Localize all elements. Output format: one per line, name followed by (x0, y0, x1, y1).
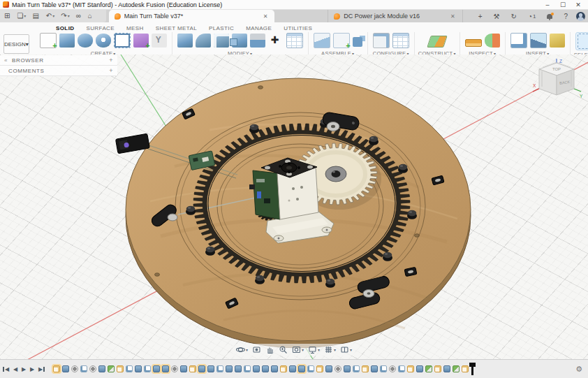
timeline-feature[interactable] (353, 365, 360, 372)
create-form-icon[interactable] (133, 34, 149, 48)
timeline-feature[interactable] (344, 365, 351, 372)
timeline-feature[interactable] (416, 365, 423, 372)
box-icon[interactable] (59, 34, 75, 48)
split-body-icon[interactable] (250, 34, 265, 48)
insert-derive-icon[interactable] (510, 33, 527, 48)
torus-icon[interactable] (96, 34, 111, 48)
comments-panel-header[interactable]: COMMENTS + (0, 66, 117, 76)
construction-plane-icon[interactable] (427, 36, 448, 48)
timeline-feature[interactable] (253, 365, 260, 372)
expand-browser-icon[interactable]: + (109, 57, 113, 64)
timeline-feature[interactable] (407, 365, 414, 372)
timeline-feature[interactable] (71, 365, 78, 372)
timeline-feature[interactable] (335, 365, 341, 372)
timeline-feature[interactable] (325, 365, 332, 372)
timeline-feature[interactable] (62, 365, 69, 372)
timeline-feature[interactable] (135, 365, 142, 372)
help-icon[interactable]: ? (564, 13, 568, 20)
timeline-playhead[interactable] (471, 363, 473, 375)
skip-to-end-button[interactable]: ▶ (36, 366, 45, 372)
timeline-feature[interactable] (98, 365, 105, 372)
orbit-icon[interactable]: ▾ (234, 344, 250, 355)
cylinder-icon[interactable] (78, 34, 93, 48)
timeline-feature[interactable] (371, 365, 378, 372)
browser-panel-header[interactable]: « BROWSER + (0, 55, 117, 66)
timeline-feature[interactable] (425, 365, 432, 372)
ribbon-tab[interactable]: MANAGE (246, 25, 272, 31)
timeline-feature[interactable] (434, 365, 441, 372)
step-back-button[interactable]: ◀ (11, 366, 20, 372)
section-analysis-icon[interactable] (485, 34, 500, 48)
timeline-feature[interactable] (89, 365, 96, 372)
document-tab-active[interactable]: Main Turn Table v37* ✕ (109, 10, 275, 22)
timeline-feature[interactable] (398, 365, 405, 372)
home-icon[interactable]: ⌂ (88, 13, 93, 20)
combine-icon[interactable] (232, 34, 247, 48)
timeline-feature[interactable] (80, 365, 87, 372)
timeline-feature[interactable] (153, 365, 160, 372)
timeline-feature[interactable] (117, 365, 124, 372)
collapse-panel-icon[interactable]: « (4, 57, 8, 64)
rigid-group-icon[interactable] (353, 37, 362, 47)
app-menu-icon[interactable]: ⊞ (4, 13, 10, 20)
display-settings-icon[interactable]: ▾ (306, 344, 322, 355)
fit-icon[interactable]: ▾ (290, 344, 306, 355)
timeline-feature[interactable] (171, 365, 178, 372)
look-at-icon[interactable] (250, 344, 263, 355)
play-button[interactable]: ▶ (20, 366, 28, 372)
timeline-feature[interactable] (316, 365, 323, 372)
close-tab-icon[interactable]: ✕ (449, 13, 457, 20)
timeline-feature[interactable] (198, 365, 205, 372)
redo-icon[interactable]: ↷▾ (61, 13, 69, 20)
close-tab-icon[interactable]: ✕ (262, 13, 270, 20)
fillet-icon[interactable] (196, 34, 211, 48)
timeline-feature[interactable] (244, 365, 251, 372)
canvas-icon[interactable] (530, 33, 547, 48)
document-tab-inactive[interactable]: DC Power jack Module v16 ✕ (328, 10, 462, 22)
press-pull-icon[interactable] (177, 34, 193, 48)
insert-mesh-icon[interactable] (550, 34, 565, 48)
configuration-icon[interactable] (373, 33, 390, 48)
close-button[interactable]: ✕ (571, 1, 586, 8)
new-tab-button[interactable]: + (478, 13, 483, 20)
timeline-feature[interactable] (298, 365, 305, 372)
maximize-button[interactable]: ☐ (555, 1, 571, 8)
timeline-feature[interactable] (389, 365, 396, 372)
create-sketch-icon[interactable] (40, 33, 57, 48)
measure-icon[interactable] (465, 39, 482, 47)
pan-icon[interactable] (263, 344, 277, 355)
change-parameters-icon[interactable] (286, 33, 303, 48)
ribbon-tab[interactable]: SURFACE (86, 25, 115, 31)
skip-to-start-button[interactable]: ◀ (3, 366, 11, 372)
configuration-table-icon[interactable] (392, 33, 409, 48)
timeline-feature[interactable] (262, 365, 269, 372)
timeline-feature[interactable] (189, 365, 196, 372)
ribbon-tab[interactable]: SHEET METAL (156, 25, 197, 31)
save-icon[interactable]: ▤ (32, 13, 39, 20)
timeline-feature[interactable] (162, 365, 169, 372)
shell-icon[interactable] (214, 34, 229, 48)
select-tool-icon[interactable] (578, 34, 588, 49)
viewcube[interactable]: Z X Y TOP BACK (532, 57, 585, 103)
timeline-feature[interactable] (462, 365, 469, 372)
ribbon-tab[interactable]: UTILITIES (284, 25, 312, 31)
timeline-feature[interactable] (108, 365, 115, 372)
timeline-feature[interactable] (289, 365, 296, 372)
zoom-icon[interactable] (277, 344, 290, 355)
timeline-feature[interactable] (453, 365, 460, 372)
timeline-feature[interactable] (235, 365, 242, 372)
timeline-feature[interactable] (180, 365, 187, 372)
viewport[interactable]: « BROWSER + COMMENTS + Z X Y (0, 54, 588, 359)
timeline-feature[interactable] (280, 365, 287, 372)
timeline-feature[interactable] (443, 365, 450, 372)
undo-icon[interactable]: ↶▾ (46, 13, 54, 20)
step-forward-button[interactable]: ▶ (28, 366, 36, 372)
job-status-icon[interactable]: ◔ 1 (528, 13, 536, 20)
roller-wheel[interactable] (168, 214, 177, 221)
sync-icon[interactable]: ↻ (511, 13, 517, 20)
timeline-feature[interactable] (380, 365, 387, 372)
timeline-feature[interactable] (53, 365, 60, 372)
notifications-icon[interactable] (547, 14, 552, 19)
share-icon[interactable]: ∞ (76, 13, 82, 20)
extensions-icon[interactable]: ⚒ (494, 13, 500, 20)
